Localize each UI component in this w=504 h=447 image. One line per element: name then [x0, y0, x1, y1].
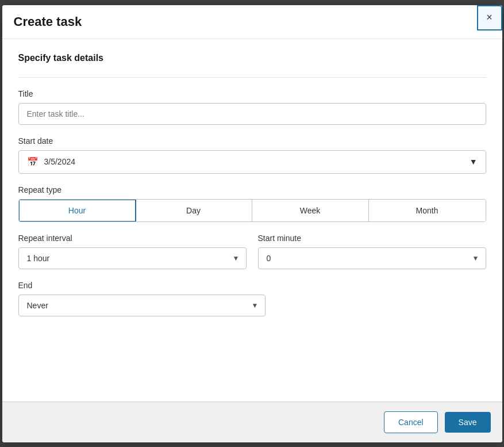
- start-minute-wrapper: 0 15 30 45 ▼: [258, 247, 486, 269]
- repeat-type-hour[interactable]: Hour: [18, 199, 136, 222]
- repeat-interval-label: Repeat interval: [18, 234, 247, 243]
- title-label: Title: [18, 89, 486, 98]
- overlay: Create task × Specify task details Title…: [0, 0, 504, 447]
- repeat-type-group: Repeat type Hour Day Week Month: [18, 185, 486, 222]
- close-button[interactable]: ×: [477, 5, 502, 30]
- repeat-type-month[interactable]: Month: [369, 200, 486, 221]
- start-minute-select[interactable]: 0 15 30 45: [258, 247, 486, 269]
- section-divider: [18, 77, 486, 78]
- end-select[interactable]: Never After On date: [18, 295, 266, 316]
- dialog-body: Specify task details Title Start date 📅 …: [2, 39, 502, 402]
- dialog-footer: Cancel Save: [2, 402, 502, 442]
- title-group: Title: [18, 89, 486, 125]
- repeat-interval-wrapper: 1 hour 2 hours 3 hours 6 hours 12 hours …: [18, 247, 247, 269]
- dialog-header: Create task ×: [2, 5, 502, 39]
- chevron-down-icon: ▼: [470, 157, 478, 166]
- repeat-interval-group: Repeat interval 1 hour 2 hours 3 hours 6…: [18, 234, 247, 269]
- end-label: End: [18, 281, 486, 290]
- start-minute-label: Start minute: [258, 234, 486, 243]
- cancel-button[interactable]: Cancel: [384, 411, 438, 433]
- start-minute-group: Start minute 0 15 30 45 ▼: [258, 234, 486, 269]
- title-input[interactable]: [18, 103, 486, 125]
- section-title: Specify task details: [18, 53, 486, 63]
- start-date-value: 3/5/2024: [44, 157, 76, 166]
- dialog-title: Create task: [14, 14, 82, 29]
- start-date-picker[interactable]: 📅 3/5/2024 ▼: [18, 150, 486, 174]
- repeat-interval-select[interactable]: 1 hour 2 hours 3 hours 6 hours 12 hours: [18, 247, 247, 269]
- interval-minute-row: Repeat interval 1 hour 2 hours 3 hours 6…: [18, 234, 486, 269]
- save-button[interactable]: Save: [445, 412, 491, 433]
- create-task-dialog: Create task × Specify task details Title…: [2, 5, 502, 442]
- calendar-icon: 📅: [27, 156, 39, 167]
- repeat-type-selector: Hour Day Week Month: [18, 199, 486, 222]
- end-select-wrapper: Never After On date ▼: [18, 295, 266, 316]
- repeat-type-week[interactable]: Week: [252, 200, 369, 221]
- repeat-type-day[interactable]: Day: [136, 200, 252, 221]
- end-group: End Never After On date ▼: [18, 281, 486, 316]
- start-date-group: Start date 📅 3/5/2024 ▼: [18, 136, 486, 174]
- start-date-label: Start date: [18, 136, 486, 146]
- repeat-type-label: Repeat type: [18, 185, 486, 194]
